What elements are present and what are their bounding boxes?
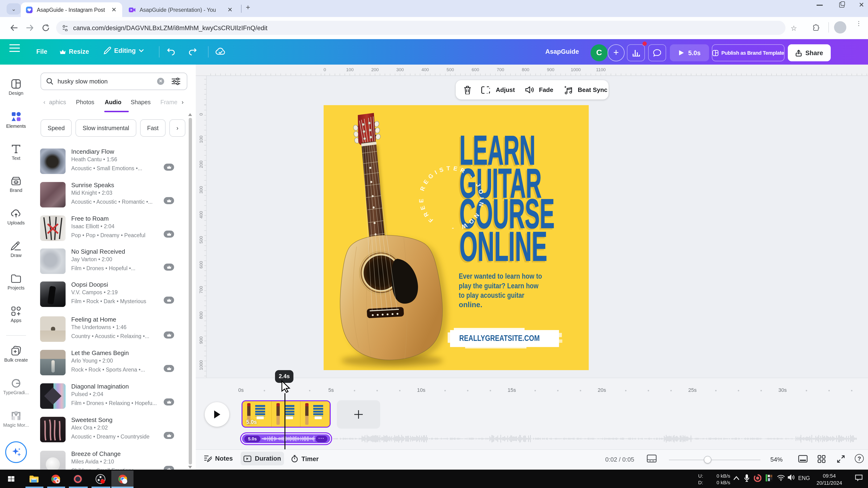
svg-text:co: co (15, 181, 18, 184)
svg-text:online.: online. (459, 300, 483, 309)
svg-text:play the guitar? Learn how: play the guitar? Learn how (459, 282, 539, 290)
svg-text:ONLINE: ONLINE (460, 223, 547, 269)
svg-text:to play acoustic guitar: to play acoustic guitar (459, 291, 524, 299)
svg-text:Ever wanted to learn how to: Ever wanted to learn how to (459, 272, 542, 280)
svg-text:REALLYGREATSITE.COM: REALLYGREATSITE.COM (459, 333, 540, 343)
